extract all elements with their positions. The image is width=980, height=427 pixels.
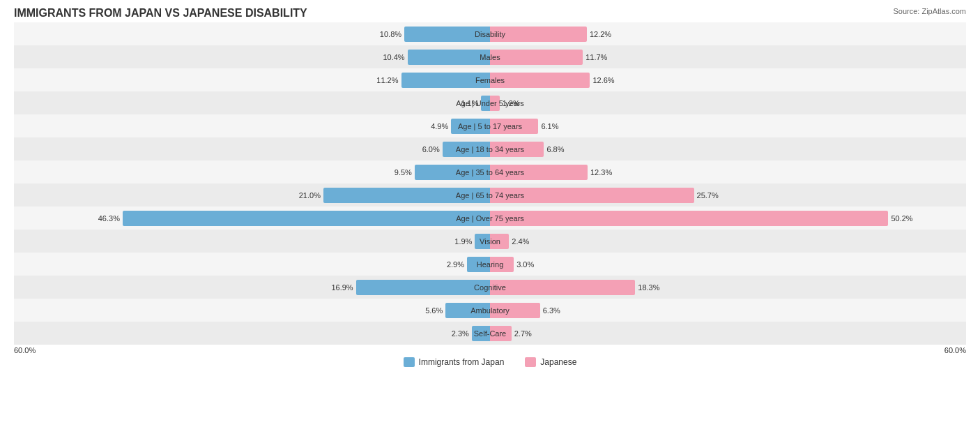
chart-area: 10.8%Disability12.2%10.4%Males11.7%11.2%… bbox=[14, 22, 966, 345]
bar-value-left: 21.0% bbox=[299, 191, 321, 200]
bar-value-right: 2.4% bbox=[512, 237, 529, 246]
bar-value-right: 6.8% bbox=[546, 145, 564, 153]
x-axis: 60.0% 60.0% bbox=[14, 346, 966, 354]
bar-row: 1.9%Vision2.4% bbox=[14, 230, 966, 253]
bar-value-left: 2.3% bbox=[452, 329, 469, 338]
bar-row: 2.3%Self-Care2.7% bbox=[14, 322, 966, 345]
bar-value-right: 12.6% bbox=[592, 76, 614, 84]
bar-value-right: 18.3% bbox=[638, 283, 659, 292]
bar-center-label: Hearing bbox=[477, 260, 504, 269]
legend: Immigrants from Japan Japanese bbox=[14, 357, 966, 367]
chart-title: IMMIGRANTS FROM JAPAN VS JAPANESE DISABI… bbox=[14, 7, 966, 20]
pink-bar bbox=[490, 211, 888, 226]
bar-center-label: Age | Under 5 years bbox=[456, 99, 524, 107]
blue-bar bbox=[408, 50, 490, 65]
legend-label-blue: Immigrants from Japan bbox=[419, 357, 505, 367]
bar-value-left: 10.4% bbox=[383, 53, 404, 61]
bar-value-left: 10.8% bbox=[380, 30, 401, 38]
bar-value-right: 6.3% bbox=[543, 306, 560, 315]
bar-row: 10.8%Disability12.2% bbox=[14, 22, 966, 45]
bar-center-label: Disability bbox=[475, 30, 505, 38]
pink-bar bbox=[490, 280, 635, 295]
bar-value-right: 12.2% bbox=[590, 30, 611, 38]
bar-value-left: 4.9% bbox=[431, 122, 448, 130]
bar-value-left: 16.9% bbox=[331, 283, 353, 292]
bar-value-left: 5.6% bbox=[425, 306, 443, 315]
x-axis-left: 60.0% bbox=[14, 346, 36, 354]
bar-center-label: Males bbox=[480, 53, 500, 61]
blue-bar bbox=[123, 211, 490, 226]
bar-value-left: 2.9% bbox=[447, 260, 464, 269]
legend-label-pink: Japanese bbox=[540, 357, 576, 367]
bar-center-label: Age | 18 to 34 years bbox=[456, 145, 524, 153]
pink-bar bbox=[490, 73, 590, 88]
bar-value-right: 2.7% bbox=[514, 329, 532, 338]
bar-row: 2.9%Hearing3.0% bbox=[14, 253, 966, 276]
bar-row: 21.0%Age | 65 to 74 years25.7% bbox=[14, 183, 966, 207]
bar-value-right: 12.3% bbox=[590, 168, 612, 177]
bar-center-label: Ambulatory bbox=[470, 306, 510, 315]
bar-value-right: 3.0% bbox=[516, 260, 534, 269]
bar-center-label: Age | 35 to 64 years bbox=[456, 168, 524, 177]
legend-box-pink bbox=[525, 357, 536, 367]
bar-row: 4.9%Age | 5 to 17 years6.1% bbox=[14, 114, 966, 137]
bar-row: 16.9%Cognitive18.3% bbox=[14, 276, 966, 299]
bar-value-right: 50.2% bbox=[891, 214, 912, 223]
bar-row: 5.6%Ambulatory6.3% bbox=[14, 299, 966, 322]
legend-item-pink: Japanese bbox=[525, 357, 576, 367]
bar-center-label: Females bbox=[475, 76, 505, 84]
bar-center-label: Age | Over 75 years bbox=[456, 214, 524, 223]
bar-row: 9.5%Age | 35 to 64 years12.3% bbox=[14, 160, 966, 183]
bar-value-left: 6.0% bbox=[422, 145, 440, 153]
bar-row: 46.3%Age | Over 75 years50.2% bbox=[14, 207, 966, 230]
blue-bar bbox=[356, 280, 490, 295]
chart-container: IMMIGRANTS FROM JAPAN VS JAPANESE DISABI… bbox=[0, 0, 980, 427]
bar-value-left: 46.3% bbox=[98, 214, 120, 223]
bar-center-label: Age | 65 to 74 years bbox=[456, 191, 524, 200]
bar-center-label: Self-Care bbox=[474, 329, 506, 338]
bar-center-label: Age | 5 to 17 years bbox=[458, 122, 522, 130]
bar-value-right: 6.1% bbox=[541, 122, 558, 130]
bar-row: 6.0%Age | 18 to 34 years6.8% bbox=[14, 137, 966, 160]
chart-source: Source: ZipAtlas.com bbox=[893, 7, 966, 15]
bar-value-right: 11.7% bbox=[585, 53, 607, 61]
bar-value-right: 25.7% bbox=[697, 191, 719, 200]
pink-bar bbox=[490, 50, 583, 65]
x-axis-right: 60.0% bbox=[944, 346, 966, 354]
bar-row: 10.4%Males11.7% bbox=[14, 45, 966, 68]
bar-value-left: 9.5% bbox=[395, 168, 412, 177]
bar-value-left: 1.9% bbox=[454, 237, 472, 246]
bar-center-label: Cognitive bbox=[474, 283, 506, 292]
bar-center-label: Vision bbox=[480, 237, 500, 246]
legend-item-blue: Immigrants from Japan bbox=[404, 357, 505, 367]
bar-value-left: 11.2% bbox=[376, 76, 398, 84]
legend-box-blue bbox=[404, 357, 415, 367]
bar-row: 1.1%Age | Under 5 years1.2% bbox=[14, 91, 966, 114]
bar-row: 11.2%Females12.6% bbox=[14, 68, 966, 91]
